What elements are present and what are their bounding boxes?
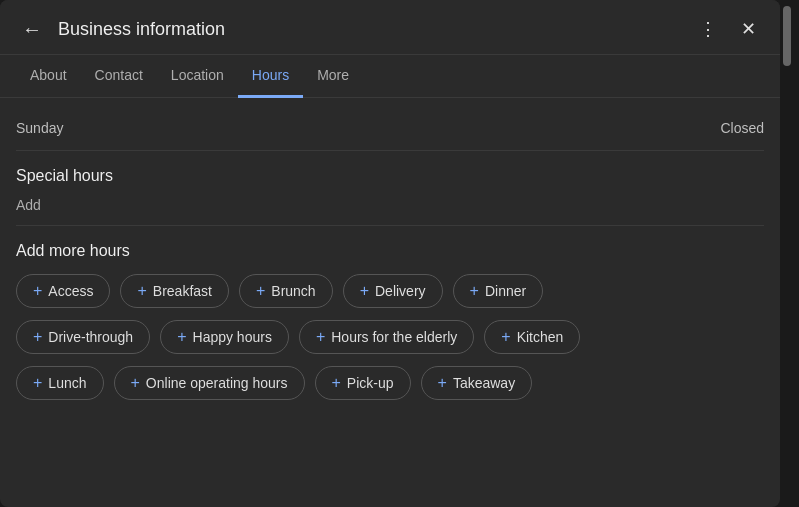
plus-icon: + [501, 329, 510, 345]
plus-icon: + [33, 329, 42, 345]
plus-icon: + [438, 375, 447, 391]
chip-online-hours[interactable]: + Online operating hours [114, 366, 305, 400]
tab-about[interactable]: About [16, 55, 81, 98]
sunday-status: Closed [720, 120, 764, 136]
chip-kitchen[interactable]: + Kitchen [484, 320, 580, 354]
chip-hours-elderly-label: Hours for the elderly [331, 329, 457, 345]
special-hours-section: Special hours Add [16, 151, 764, 226]
scrollbar[interactable] [780, 0, 794, 507]
chip-takeaway[interactable]: + Takeaway [421, 366, 533, 400]
chip-access[interactable]: + Access [16, 274, 110, 308]
chip-access-label: Access [48, 283, 93, 299]
panel-header: ← Business information ⋮ ✕ [0, 0, 780, 55]
special-hours-title: Special hours [16, 167, 764, 185]
chip-happy-hours-label: Happy hours [193, 329, 272, 345]
chip-lunch-label: Lunch [48, 375, 86, 391]
chip-lunch[interactable]: + Lunch [16, 366, 104, 400]
close-button[interactable]: ✕ [733, 14, 764, 44]
chip-delivery[interactable]: + Delivery [343, 274, 443, 308]
chip-drive-through-label: Drive-through [48, 329, 133, 345]
back-button[interactable]: ← [16, 16, 48, 43]
chip-kitchen-label: Kitchen [517, 329, 564, 345]
chips-row-1: + Access + Breakfast + Brunch + Delivery [16, 274, 764, 308]
tab-location[interactable]: Location [157, 55, 238, 98]
chips-row-3: + Lunch + Online operating hours + Pick-… [16, 366, 764, 400]
tabs-bar: About Contact Location Hours More [0, 55, 780, 98]
sunday-label: Sunday [16, 120, 63, 136]
tab-contact[interactable]: Contact [81, 55, 157, 98]
panel-title: Business information [58, 19, 691, 40]
chip-dinner-label: Dinner [485, 283, 526, 299]
plus-icon: + [131, 375, 140, 391]
chip-hours-elderly[interactable]: + Hours for the elderly [299, 320, 474, 354]
chip-drive-through[interactable]: + Drive-through [16, 320, 150, 354]
chip-online-hours-label: Online operating hours [146, 375, 288, 391]
plus-icon: + [332, 375, 341, 391]
sunday-section: Sunday Closed [16, 98, 764, 151]
scrollbar-thumb[interactable] [783, 6, 791, 66]
chip-breakfast[interactable]: + Breakfast [120, 274, 228, 308]
add-more-hours-section: Add more hours + Access + Breakfast + Br… [16, 226, 764, 428]
plus-icon: + [256, 283, 265, 299]
plus-icon: + [137, 283, 146, 299]
plus-icon: + [33, 283, 42, 299]
chip-brunch-label: Brunch [271, 283, 315, 299]
sunday-row: Sunday Closed [16, 114, 764, 142]
plus-icon: + [33, 375, 42, 391]
chip-breakfast-label: Breakfast [153, 283, 212, 299]
chip-pick-up-label: Pick-up [347, 375, 394, 391]
plus-icon: + [360, 283, 369, 299]
chip-takeaway-label: Takeaway [453, 375, 515, 391]
tab-more[interactable]: More [303, 55, 363, 98]
special-hours-add[interactable]: Add [16, 193, 764, 217]
content-area: Sunday Closed Special hours Add Add more… [0, 98, 780, 507]
chip-delivery-label: Delivery [375, 283, 426, 299]
tab-hours[interactable]: Hours [238, 55, 303, 98]
header-actions: ⋮ ✕ [691, 14, 764, 44]
add-more-hours-title: Add more hours [16, 242, 764, 260]
chip-pick-up[interactable]: + Pick-up [315, 366, 411, 400]
plus-icon: + [470, 283, 479, 299]
chips-row-2: + Drive-through + Happy hours + Hours fo… [16, 320, 764, 354]
plus-icon: + [316, 329, 325, 345]
chip-happy-hours[interactable]: + Happy hours [160, 320, 289, 354]
chip-brunch[interactable]: + Brunch [239, 274, 333, 308]
more-options-button[interactable]: ⋮ [691, 14, 725, 44]
chip-dinner[interactable]: + Dinner [453, 274, 544, 308]
plus-icon: + [177, 329, 186, 345]
